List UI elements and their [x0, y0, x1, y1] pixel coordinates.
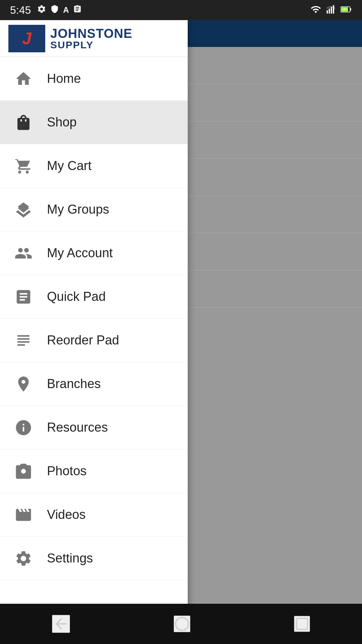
nav-list: Home Shop My Cart My Groups [0, 57, 188, 644]
status-bar: 5:45 A [0, 0, 362, 20]
svg-rect-8 [297, 619, 308, 630]
nav-item-settings[interactable]: Settings [0, 537, 188, 580]
layers-icon [12, 198, 35, 221]
svg-rect-3 [333, 5, 334, 14]
nav-label-shop: Shop [47, 115, 77, 129]
nav-item-resources[interactable]: Resources [0, 406, 188, 449]
battery-icon [341, 5, 352, 15]
back-button[interactable] [52, 615, 70, 633]
drawer-header: J JOHNSTONE SUPPLY [0, 20, 188, 57]
reorder-icon [12, 329, 35, 352]
settings-status-icon [37, 4, 46, 16]
camera-icon [12, 460, 35, 483]
film-icon [12, 503, 35, 527]
quickpad-icon [12, 285, 35, 309]
status-icons: A [37, 4, 81, 16]
svg-point-7 [176, 618, 188, 630]
nav-item-quick-pad[interactable]: Quick Pad [0, 275, 188, 319]
wifi-icon [310, 4, 321, 16]
nav-item-reorder-pad[interactable]: Reorder Pad [0, 319, 188, 362]
nav-item-my-account[interactable]: My Account [0, 231, 188, 275]
svg-rect-1 [329, 9, 330, 14]
account-icon [12, 241, 35, 265]
nav-item-branches[interactable]: Branches [0, 362, 188, 406]
status-right [310, 4, 352, 16]
drawer-logo-johnstone: JOHNSTONE [50, 27, 132, 40]
nav-label-branches: Branches [47, 377, 101, 391]
signal-icon [326, 4, 336, 16]
gear-icon [12, 547, 35, 570]
nav-label-reorder-pad: Reorder Pad [47, 333, 119, 347]
info-icon [12, 416, 35, 439]
svg-rect-5 [350, 8, 351, 11]
nav-label-my-cart: My Cart [47, 159, 92, 173]
nav-item-shop[interactable]: Shop [0, 101, 188, 144]
bottom-nav-bar [0, 604, 362, 644]
home-icon [12, 67, 35, 91]
home-button[interactable] [174, 615, 190, 632]
nav-label-my-account: My Account [47, 246, 113, 260]
drawer-logo-text: JOHNSTONE SUPPLY [50, 27, 132, 50]
nav-item-my-cart[interactable]: My Cart [0, 144, 188, 188]
shop-icon [12, 111, 35, 134]
font-status-icon: A [63, 5, 69, 15]
nav-label-videos: Videos [47, 507, 86, 522]
nav-item-my-groups[interactable]: My Groups [0, 188, 188, 231]
navigation-drawer: J JOHNSTONE SUPPLY Home Shop My C [0, 20, 188, 644]
recents-button[interactable] [294, 616, 310, 632]
status-time: 5:45 [10, 4, 31, 16]
nav-label-my-groups: My Groups [47, 202, 109, 217]
location-icon [12, 372, 35, 396]
nav-label-resources: Resources [47, 420, 108, 435]
status-left: 5:45 A [10, 4, 82, 16]
clipboard-status-icon [73, 5, 82, 16]
drawer-logo-j-letter: J [22, 29, 32, 48]
nav-label-home: Home [47, 71, 81, 86]
svg-rect-0 [327, 10, 328, 14]
nav-label-settings: Settings [47, 551, 93, 566]
nav-item-videos[interactable]: Videos [0, 493, 188, 537]
svg-rect-2 [331, 7, 332, 14]
nav-item-photos[interactable]: Photos [0, 449, 188, 493]
shield-status-icon [50, 5, 59, 16]
nav-label-quick-pad: Quick Pad [47, 289, 106, 304]
drawer-logo-box: J [8, 25, 45, 52]
drawer-logo-supply: SUPPLY [50, 40, 132, 50]
nav-label-photos: Photos [47, 464, 86, 478]
cart-icon [12, 154, 35, 178]
nav-item-home[interactable]: Home [0, 57, 188, 101]
